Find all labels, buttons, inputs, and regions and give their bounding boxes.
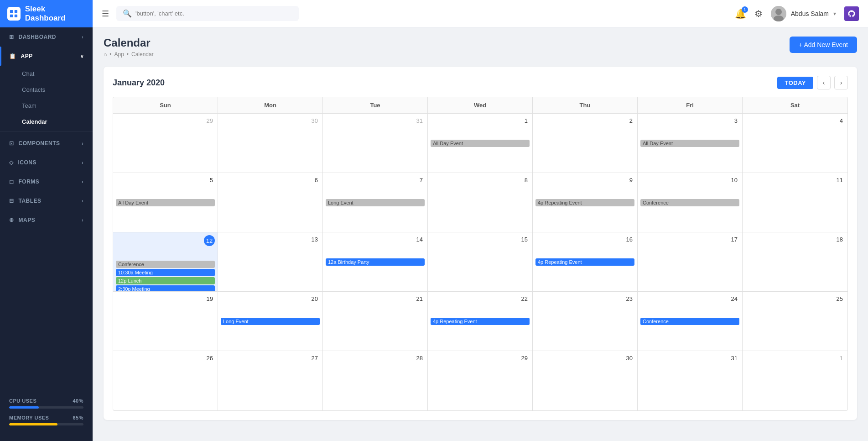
table-row[interactable]: 30	[218, 114, 323, 173]
sidebar-header: Sleek Dashboard	[0, 0, 93, 27]
table-row[interactable]: 8	[428, 173, 533, 232]
calendar-nav: TODAY ‹ ›	[777, 76, 848, 89]
table-row[interactable]: 29	[428, 351, 533, 410]
table-row[interactable]: 20Long Event	[218, 292, 323, 351]
table-row[interactable]: 1All Day Event	[428, 114, 533, 173]
table-row[interactable]: 31	[323, 114, 428, 173]
sidebar-item-team[interactable]: Team	[0, 98, 93, 114]
sidebar-item-dashboard[interactable]: ⊞ DASHBOARD ›	[0, 27, 93, 47]
list-item[interactable]: 4p Repeating Event	[535, 199, 634, 206]
icons-icon: ◇	[9, 159, 14, 166]
cal-day-number: 24	[729, 294, 739, 303]
list-item[interactable]: 4p Repeating Event	[431, 318, 530, 325]
table-row[interactable]: 28	[323, 351, 428, 410]
list-item[interactable]: 4p Repeating Event	[535, 258, 634, 266]
cal-day-number: 29	[205, 116, 215, 125]
table-row[interactable]: 27	[218, 351, 323, 410]
table-row[interactable]: 4	[743, 114, 847, 173]
table-row[interactable]: 94p Repeating Event	[533, 173, 638, 232]
sidebar-item-chat[interactable]: Chat	[0, 66, 93, 82]
cal-week-4: 2627282930311	[113, 351, 847, 410]
table-row[interactable]: 3All Day Event	[638, 114, 743, 173]
calendar-month: January 2020	[113, 78, 165, 88]
components-icon: ⊡	[9, 140, 14, 147]
table-row[interactable]: 2	[533, 114, 638, 173]
cal-day-number: 6	[313, 176, 320, 184]
dashboard-icon: ⊞	[9, 34, 14, 40]
cal-day-number: 22	[520, 294, 530, 303]
list-item[interactable]: Long Event	[221, 318, 320, 325]
table-row[interactable]: 29	[113, 114, 218, 173]
topbar: ☰ 🔍 🔔 1 ⚙ Abdus Salam	[93, 0, 868, 27]
table-row[interactable]: 1	[743, 351, 847, 410]
day-header-wed: Wed	[428, 97, 533, 113]
list-item[interactable]: 12p Lunch	[116, 277, 215, 284]
search-bar: 🔍	[116, 6, 299, 21]
cal-day-number: 5	[208, 176, 215, 184]
table-row[interactable]: 12Conference10:30a Meeting12p Lunch2:30p…	[113, 232, 218, 291]
table-row[interactable]: 21	[323, 292, 428, 351]
table-row[interactable]: 10Conference	[638, 173, 743, 232]
table-row[interactable]: 31	[638, 351, 743, 410]
cal-week-2: 12Conference10:30a Meeting12p Lunch2:30p…	[113, 232, 847, 292]
table-row[interactable]: 13	[218, 232, 323, 291]
page-header: Calendar ⌂ • App • Calendar + Add New Ev…	[104, 37, 857, 58]
sidebar-item-calendar[interactable]: Calendar	[0, 114, 93, 130]
sidebar-item-tables[interactable]: ⊟ TABLES ›	[0, 191, 93, 210]
list-item[interactable]: Long Event	[326, 199, 425, 206]
list-item[interactable]: 10:30a Meeting	[116, 269, 215, 276]
table-row[interactable]: 26	[113, 351, 218, 410]
memory-label: MEMORY USES 65%	[9, 415, 83, 420]
calendar: January 2020 TODAY ‹ › Sun Mon Tue Wed T…	[104, 67, 857, 420]
cal-day-number: 23	[624, 294, 634, 303]
table-row[interactable]: 15	[428, 232, 533, 291]
prev-month-button[interactable]: ‹	[817, 76, 831, 89]
github-button[interactable]	[844, 6, 859, 21]
table-row[interactable]: 11	[743, 173, 847, 232]
table-row[interactable]: 5All Day Event	[113, 173, 218, 232]
list-item[interactable]: All Day Event	[640, 140, 739, 147]
sidebar-item-forms[interactable]: ◻ FORMS ›	[0, 172, 93, 191]
cpu-progress-bar	[9, 406, 39, 409]
list-item[interactable]: Conference	[640, 199, 739, 206]
sidebar-item-maps[interactable]: ⊕ MAPS ›	[0, 210, 93, 230]
settings-button[interactable]: ⚙	[754, 8, 763, 19]
add-event-button[interactable]: + Add New Event	[790, 37, 857, 53]
today-button[interactable]: TODAY	[777, 77, 813, 89]
list-item[interactable]: Conference	[116, 261, 215, 268]
table-row[interactable]: 19	[113, 292, 218, 351]
svg-rect-3	[15, 15, 17, 17]
svg-rect-2	[10, 15, 13, 17]
notification-button[interactable]: 🔔 1	[735, 8, 746, 19]
menu-icon[interactable]: ☰	[102, 9, 109, 19]
table-row[interactable]: 6	[218, 173, 323, 232]
list-item[interactable]: Conference	[640, 318, 739, 325]
table-row[interactable]: 18	[743, 232, 847, 291]
sidebar-item-icons[interactable]: ◇ ICONS ›	[0, 153, 93, 172]
list-item[interactable]: All Day Event	[116, 199, 215, 206]
cal-day-number: 1	[838, 354, 845, 362]
table-row[interactable]: 17	[638, 232, 743, 291]
cal-day-number: 28	[415, 354, 425, 362]
table-row[interactable]: 23	[533, 292, 638, 351]
list-item[interactable]: All Day Event	[431, 140, 530, 147]
next-month-button[interactable]: ›	[834, 76, 848, 89]
list-item[interactable]: 12a Birthday Party	[326, 258, 425, 266]
notification-badge: 1	[742, 6, 748, 13]
table-row[interactable]: 25	[743, 292, 847, 351]
cal-day-number: 30	[310, 116, 320, 125]
sidebar-item-app[interactable]: 📋 APP ∨	[0, 47, 93, 66]
sidebar-item-components[interactable]: ⊡ COMPONENTS ›	[0, 134, 93, 153]
table-row[interactable]: 164p Repeating Event	[533, 232, 638, 291]
table-row[interactable]: 30	[533, 351, 638, 410]
table-row[interactable]: 24Conference	[638, 292, 743, 351]
cal-day-number: 13	[310, 235, 320, 244]
sidebar-item-contacts[interactable]: Contacts	[0, 82, 93, 98]
search-input[interactable]	[135, 10, 292, 17]
table-row[interactable]: 224p Repeating Event	[428, 292, 533, 351]
table-row[interactable]: 7Long Event	[323, 173, 428, 232]
user-menu[interactable]: Abdus Salam ▾	[771, 6, 836, 21]
page-title-section: Calendar ⌂ • App • Calendar	[104, 37, 154, 58]
list-item[interactable]: 2:30p Meeting	[116, 285, 215, 291]
table-row[interactable]: 1412a Birthday Party	[323, 232, 428, 291]
